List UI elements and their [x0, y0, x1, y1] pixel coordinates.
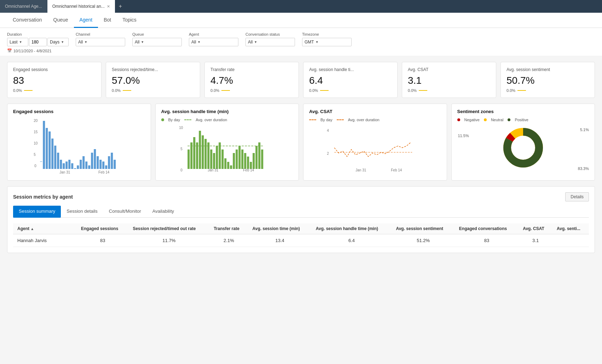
- td-avg-session-time: 13.4: [248, 234, 312, 247]
- queue-select[interactable]: All ▼: [132, 38, 182, 46]
- timezone-select[interactable]: GMT ▼: [302, 38, 352, 46]
- chevron-down-icon: ▼: [254, 40, 257, 44]
- conversation-status-select[interactable]: All ▼: [245, 38, 295, 46]
- duration-preset-select[interactable]: Last ▼: [7, 38, 28, 46]
- neutral-pct-label: 11.5%: [458, 134, 469, 138]
- avg-csat-svg: 4 2 Jan 31 Feb 14: [309, 125, 441, 172]
- agent-label: Agent: [189, 32, 238, 36]
- kpi-footer: 0.0%: [210, 88, 293, 93]
- add-tab-button[interactable]: +: [115, 3, 126, 10]
- kpi-title: Engaged sessions: [13, 67, 95, 72]
- svg-rect-6: [43, 121, 45, 169]
- browser-tab-1-label: Omnichannel Age...: [5, 4, 42, 9]
- negative-legend-dot: [457, 118, 460, 121]
- duration-unit-select[interactable]: Days ▼: [47, 38, 69, 46]
- chart-legend: By day Avg. over duration: [309, 118, 441, 122]
- svg-text:0: 0: [34, 164, 36, 168]
- channel-select[interactable]: All ▼: [76, 38, 125, 46]
- tab-topics[interactable]: Topics: [117, 13, 142, 28]
- metrics-title: Session metrics by agent: [13, 194, 73, 200]
- sentiment-zones-chart: Sentiment zones Negative Neutral Positiv…: [451, 104, 595, 181]
- sort-icon[interactable]: ▲: [30, 227, 34, 231]
- filter-bar: Duration Last ▼ Days ▼ Channel: [0, 28, 602, 56]
- sub-tab-session-summary[interactable]: Session summary: [13, 206, 61, 218]
- browser-tabs-bar: Omnichannel Age... Omnichannel historica…: [0, 0, 602, 13]
- td-avg-handle-time: 6.4: [312, 234, 392, 247]
- browser-tab-2[interactable]: Omnichannel historical an... ✕: [47, 0, 115, 13]
- svg-rect-43: [204, 139, 207, 169]
- chevron-down-icon: ▼: [316, 40, 319, 44]
- svg-rect-28: [105, 165, 107, 169]
- svg-text:2: 2: [327, 152, 329, 155]
- svg-rect-62: [258, 142, 260, 169]
- queue-filter: Queue All ▼: [132, 32, 182, 46]
- kpi-value: 50.7%: [507, 75, 589, 86]
- kpi-card-avg-handle-time: Avg. session handle ti... 6.4 0.0%: [303, 62, 398, 98]
- svg-rect-40: [196, 142, 198, 169]
- svg-rect-30: [111, 153, 113, 169]
- svg-text:10: 10: [179, 126, 183, 130]
- svg-rect-38: [190, 142, 192, 169]
- kpi-value: 3.1: [408, 75, 490, 86]
- conversation-status-filter: Conversation status All ▼: [245, 32, 295, 46]
- svg-rect-19: [80, 160, 82, 169]
- sub-tab-consult-monitor[interactable]: Consult/Monitor: [103, 206, 147, 218]
- table-container: Agent ▲ Engaged sessions Session rejecte…: [13, 223, 589, 247]
- channel-filter: Channel All ▼: [76, 32, 125, 46]
- nav-tabs: Conversation Queue Agent Bot Topics: [0, 13, 602, 28]
- charts-row: Engaged sessions 20 15 10 5 0: [7, 104, 595, 181]
- tab-conversation[interactable]: Conversation: [7, 13, 48, 28]
- svg-rect-37: [187, 149, 190, 169]
- kpi-trend-bar: [123, 90, 131, 91]
- sub-tab-session-details[interactable]: Session details: [61, 206, 103, 218]
- svg-rect-41: [199, 131, 201, 169]
- app-container: Conversation Queue Agent Bot Topics Dura…: [0, 13, 602, 364]
- conversation-status-label: Conversation status: [245, 32, 295, 36]
- svg-text:5: 5: [180, 147, 183, 151]
- tab-bot[interactable]: Bot: [98, 13, 117, 28]
- td-engaged-conversations: 83: [455, 234, 519, 247]
- chevron-down-icon: ▼: [84, 40, 87, 44]
- agent-select[interactable]: All ▼: [189, 38, 238, 46]
- browser-tab-1[interactable]: Omnichannel Age...: [0, 0, 47, 13]
- svg-rect-21: [85, 162, 87, 169]
- svg-rect-48: [219, 142, 221, 169]
- donut-chart-svg: [498, 125, 548, 171]
- td-engaged-sessions: 83: [77, 234, 128, 247]
- kpi-card-avg-csat: Avg. CSAT 3.1 0.0%: [402, 62, 496, 98]
- close-icon[interactable]: ✕: [107, 4, 110, 9]
- th-avg-sentiment: Avg. session sentiment: [392, 223, 455, 234]
- td-avg-csat: 3.1: [519, 234, 552, 247]
- queue-label: Queue: [132, 32, 182, 36]
- svg-rect-53: [233, 153, 235, 169]
- negative-pct-label: 5.1%: [580, 128, 589, 132]
- kpi-footer: 0.0%: [507, 88, 589, 93]
- th-engaged-sessions: Engaged sessions: [77, 223, 128, 234]
- duration-value-input[interactable]: [29, 38, 47, 46]
- kpi-trend-bar: [419, 90, 427, 91]
- svg-rect-17: [74, 168, 76, 169]
- metrics-table: Agent ▲ Engaged sessions Session rejecte…: [13, 223, 589, 247]
- kpi-value: 4.7%: [210, 75, 293, 86]
- svg-rect-60: [253, 153, 255, 169]
- avg-legend-dash: [337, 119, 344, 120]
- kpi-card-sessions-rejected: Sessions rejected/time... 57.0% 0.0%: [106, 62, 200, 98]
- duration-filter: Duration Last ▼ Days ▼: [7, 32, 69, 46]
- svg-rect-46: [213, 153, 215, 169]
- svg-rect-16: [71, 163, 73, 169]
- svg-text:15: 15: [34, 130, 38, 134]
- svg-rect-59: [250, 162, 252, 169]
- td-transfer-rate: 2.1%: [209, 234, 248, 247]
- avg-session-handle-chart: Avg. session handle time (min) By day Av…: [155, 104, 299, 181]
- svg-rect-9: [51, 139, 53, 169]
- svg-rect-11: [57, 153, 59, 169]
- avg-csat-chart-title: Avg. CSAT: [309, 109, 441, 114]
- sub-tab-availability[interactable]: Availability: [147, 206, 180, 218]
- svg-rect-24: [94, 149, 96, 169]
- details-button[interactable]: Details: [565, 192, 589, 201]
- svg-rect-23: [91, 153, 93, 169]
- tab-agent[interactable]: Agent: [74, 13, 98, 28]
- kpi-card-transfer-rate: Transfer rate 4.7% 0.0%: [204, 62, 299, 98]
- tab-queue[interactable]: Queue: [48, 13, 74, 28]
- kpi-trend-bar: [221, 90, 230, 91]
